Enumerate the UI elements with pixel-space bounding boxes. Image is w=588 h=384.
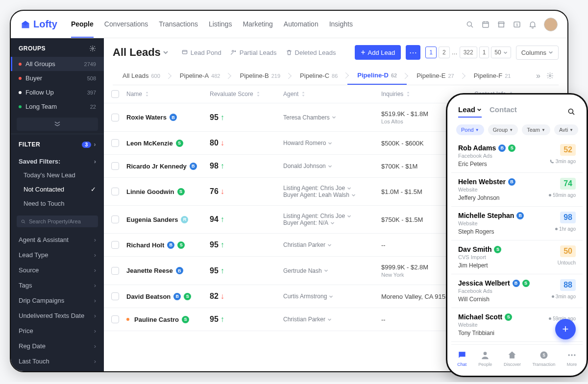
phone-tab-contact[interactable]: Contact xyxy=(490,105,517,118)
phone-tab-lead[interactable]: Lead xyxy=(458,105,482,118)
phone-lead-item[interactable]: Rob AdamsBS Facebook Ads Eric Peters 52 … xyxy=(451,139,583,173)
gear-icon[interactable] xyxy=(89,45,96,52)
svg-point-8 xyxy=(92,48,94,49)
bottom-nav-transaction[interactable]: $Transaction xyxy=(532,350,555,367)
lead-pond-link[interactable]: Lead Pond xyxy=(181,49,221,56)
filter-chip[interactable]: Avti▼ xyxy=(554,124,578,135)
add-lead-more-button[interactable]: ⋯ xyxy=(406,45,420,60)
deleted-leads-link[interactable]: Deleted Leads xyxy=(286,49,336,56)
filter-row[interactable]: Undelivered Texts Date› xyxy=(11,308,104,323)
sort-icon[interactable] xyxy=(582,125,583,135)
topnav-item-listings[interactable]: Listings xyxy=(209,11,232,38)
row-checkbox[interactable] xyxy=(111,267,119,275)
filter-row[interactable]: Tags› xyxy=(11,278,104,293)
saved-filter-item[interactable]: Need to Touch xyxy=(11,196,104,211)
col-score[interactable]: Revaluate Score xyxy=(210,91,283,97)
avatar[interactable] xyxy=(544,18,558,31)
filter-row[interactable]: Last Touch› xyxy=(11,354,104,369)
gear-icon[interactable] xyxy=(546,72,554,79)
row-checkbox[interactable] xyxy=(111,315,119,323)
filter-row[interactable]: Price› xyxy=(11,323,104,338)
row-checkbox[interactable] xyxy=(111,188,119,195)
topnav-item-marketing[interactable]: Marketing xyxy=(243,11,272,38)
pipeline-tab[interactable]: Pipeline-B219 xyxy=(230,67,290,84)
agent-cell[interactable]: Curtis Armstrong xyxy=(283,293,381,300)
calendar-icon[interactable] xyxy=(481,20,490,29)
agent-cell[interactable]: Gertrude Nash xyxy=(283,267,381,274)
search-icon[interactable] xyxy=(466,20,474,29)
logo[interactable]: Lofty xyxy=(21,19,57,30)
partial-leads-link[interactable]: Partial Leads xyxy=(230,49,277,56)
filter-row[interactable]: Source› xyxy=(11,263,104,278)
bottom-nav-discover[interactable]: Discover xyxy=(504,350,521,367)
filter-row[interactable]: Lead Type› xyxy=(11,247,104,263)
page-size-select[interactable]: 50 xyxy=(491,47,511,58)
col-name[interactable]: Name xyxy=(126,91,210,97)
pipeline-tab[interactable]: Pipeline-C86 xyxy=(290,67,347,84)
topnav-item-automation[interactable]: Automation xyxy=(284,11,318,38)
filter-chip[interactable]: Team▼ xyxy=(522,124,550,135)
pipeline-tab[interactable]: Pipeline-F21 xyxy=(464,67,521,84)
tabs-scroll-more-icon[interactable]: » xyxy=(536,72,540,80)
saved-filter-item[interactable]: Not Contacted✓ xyxy=(11,182,104,196)
groups-expand[interactable] xyxy=(17,118,98,131)
bell-icon[interactable] xyxy=(528,20,537,29)
col-agent[interactable]: Agent xyxy=(283,91,381,97)
add-lead-button[interactable]: + Add Lead xyxy=(355,45,401,60)
pipeline-tab[interactable]: Pipeline-A482 xyxy=(170,67,230,84)
topnav-item-conversations[interactable]: Conversations xyxy=(104,11,148,38)
agent-cell[interactable]: Christian Parker xyxy=(283,241,381,248)
bottom-nav-people[interactable]: People xyxy=(478,350,492,367)
storefront-icon[interactable] xyxy=(497,20,506,29)
page-last[interactable]: 322 xyxy=(460,47,477,58)
pipeline-tab[interactable]: All Leads600 xyxy=(113,67,170,84)
filter-row[interactable]: Lender› xyxy=(11,369,104,372)
filter-header[interactable]: FILTER 3 › xyxy=(11,134,104,153)
phone-lead-item[interactable]: Dav SmithS CVS Import Jim Helpert 50 Unt… xyxy=(451,240,583,274)
page-1[interactable]: 1 xyxy=(425,47,437,58)
sidebar-search[interactable]: Search Property/Area xyxy=(17,216,98,227)
agent-cell[interactable]: Donald Johnson xyxy=(283,163,381,169)
money-icon[interactable]: $ xyxy=(513,20,521,29)
select-all-checkbox[interactable] xyxy=(111,90,119,98)
page-title[interactable]: All Leads xyxy=(113,46,169,59)
page-2[interactable]: 2 xyxy=(439,47,450,58)
row-checkbox[interactable] xyxy=(111,162,119,170)
row-checkbox[interactable] xyxy=(111,292,119,300)
agent-cell[interactable]: Christian Parker xyxy=(283,316,381,323)
saved-filters-header[interactable]: Saved Filters: › xyxy=(11,153,104,168)
bottom-nav-more[interactable]: More xyxy=(567,350,577,367)
row-checkbox[interactable] xyxy=(111,139,119,147)
filter-row[interactable]: Drip Campaigns› xyxy=(11,293,104,308)
topnav-item-transactions[interactable]: Transactions xyxy=(159,11,198,38)
agent-cell[interactable]: Listing Agent: Chris Joe Buyer Agent: Le… xyxy=(283,185,381,198)
phone-lead-item[interactable]: Helen WebsterB Website Jeffery Johnson 7… xyxy=(451,173,583,207)
agent-cell[interactable]: Teresa Chambers xyxy=(283,114,381,121)
filter-row[interactable]: Reg Date› xyxy=(11,338,104,354)
filter-chip[interactable]: Pond▼ xyxy=(456,124,484,135)
pipeline-tab[interactable]: Pipeline-E27 xyxy=(407,67,464,84)
search-icon[interactable] xyxy=(567,107,576,116)
topnav-item-insights[interactable]: Insights xyxy=(329,11,353,38)
phone-lead-item[interactable]: Jessica WelbertBS Facebook Ads Will Corn… xyxy=(451,274,583,308)
sidebar-group-item[interactable]: Follow Up397 xyxy=(11,85,104,99)
filter-row[interactable]: Agent & Assistant› xyxy=(11,232,104,247)
agent-cell[interactable]: Howard Romero xyxy=(283,140,381,146)
saved-filter-item[interactable]: Today's New Lead xyxy=(11,168,104,182)
sidebar-group-item[interactable]: Buyer508 xyxy=(11,71,104,85)
sidebar-group-item[interactable]: All Groups2749 xyxy=(11,57,104,71)
fab-add[interactable]: + xyxy=(555,319,576,339)
pipeline-tab[interactable]: Pipeline-D62 xyxy=(347,67,407,85)
topnav-item-people[interactable]: People xyxy=(71,11,94,38)
bottom-nav-chat[interactable]: Chat xyxy=(457,350,467,367)
row-checkbox[interactable] xyxy=(111,216,119,223)
filter-chip[interactable]: Group▼ xyxy=(488,124,518,135)
row-checkbox[interactable] xyxy=(111,241,119,249)
sidebar-group-item[interactable]: Long Team22 xyxy=(11,99,104,114)
row-checkbox[interactable] xyxy=(111,114,119,121)
agent-cell[interactable]: Listing Agent: Chris Joe Buyer Agent: N/… xyxy=(283,213,381,226)
columns-button[interactable]: Columns xyxy=(516,46,559,60)
phone-lead-time: 3min ago xyxy=(550,159,576,164)
phone-lead-item[interactable]: Michelle StephanB Website Steph Rogers 9… xyxy=(451,207,583,240)
page-input[interactable]: 1 xyxy=(479,47,490,58)
